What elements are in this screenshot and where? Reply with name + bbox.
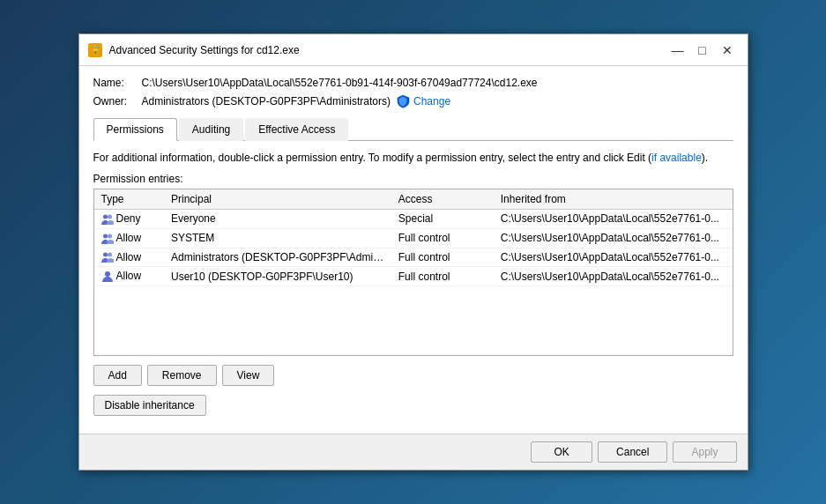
- disable-inheritance-button[interactable]: Disable inheritance: [93, 395, 206, 416]
- cell-inherited: C:\Users\User10\AppData\Local\552e7761-0…: [494, 267, 733, 286]
- name-row: Name: C:\Users\User10\AppData\Local\552e…: [93, 77, 733, 89]
- bottom-bar: OK Cancel Apply: [79, 434, 748, 470]
- cell-principal: Everyone: [164, 210, 391, 229]
- col-header-type[interactable]: Type: [94, 189, 165, 210]
- cell-access: Full control: [391, 248, 494, 267]
- cell-inherited: C:\Users\User10\AppData\Local\552e7761-0…: [494, 248, 733, 267]
- view-button[interactable]: View: [222, 365, 275, 386]
- shield-icon: [396, 94, 410, 108]
- name-value: C:\Users\User10\AppData\Local\552e7761-0…: [142, 77, 538, 89]
- content-area: Name: C:\Users\User10\AppData\Local\552e…: [79, 66, 748, 434]
- svg-point-5: [108, 253, 112, 257]
- tab-effective-access[interactable]: Effective Access: [245, 118, 348, 141]
- action-buttons-row: Add Remove View: [93, 365, 733, 386]
- col-header-access[interactable]: Access: [391, 189, 494, 210]
- col-header-inherited[interactable]: Inherited from: [494, 189, 733, 210]
- cell-principal: User10 (DESKTOP-G0PF3PF\User10): [164, 267, 391, 286]
- col-header-principal[interactable]: Principal: [164, 189, 391, 210]
- title-bar: 🔒 Advanced Security Settings for cd12.ex…: [79, 34, 748, 66]
- owner-label: Owner:: [93, 95, 142, 107]
- table-header-row: Type Principal Access Inherited from: [94, 189, 733, 210]
- table-row[interactable]: AllowAdministrators (DESKTOP-G0PF3PF\Adm…: [94, 248, 733, 267]
- cell-inherited: C:\Users\User10\AppData\Local\552e7761-0…: [494, 210, 733, 229]
- description-text: For additional information, double-click…: [93, 150, 733, 166]
- cell-principal: SYSTEM: [164, 228, 391, 248]
- table-row[interactable]: DenyEveryoneSpecialC:\Users\User10\AppDa…: [94, 210, 733, 229]
- add-button[interactable]: Add: [93, 365, 142, 386]
- svg-point-0: [103, 214, 108, 219]
- owner-row: Owner: Administrators (DESKTOP-G0PF3PF\A…: [93, 94, 733, 108]
- svg-point-2: [103, 233, 108, 238]
- cell-principal: Administrators (DESKTOP-G0PF3PF\Admini..…: [164, 248, 391, 267]
- tab-auditing[interactable]: Auditing: [179, 118, 243, 141]
- maximize-button[interactable]: □: [691, 41, 714, 59]
- close-button[interactable]: ✕: [716, 41, 739, 59]
- change-button[interactable]: Change: [396, 94, 450, 108]
- tabs-container: Permissions Auditing Effective Access: [93, 117, 733, 141]
- table-row[interactable]: AllowUser10 (DESKTOP-G0PF3PF\User10)Full…: [94, 267, 733, 286]
- svg-point-1: [108, 214, 112, 219]
- cell-access: Full control: [391, 228, 494, 248]
- dialog-window: 🔒 Advanced Security Settings for cd12.ex…: [78, 33, 748, 471]
- permission-table-container[interactable]: Type Principal Access Inherited from Den…: [93, 189, 733, 356]
- svg-point-6: [105, 271, 110, 277]
- window-title: Advanced Security Settings for cd12.exe: [109, 44, 666, 56]
- cell-access: Special: [391, 210, 494, 229]
- perm-entries-label: Permission entries:: [93, 173, 733, 185]
- apply-button[interactable]: Apply: [673, 441, 736, 463]
- ok-button[interactable]: OK: [531, 441, 592, 463]
- window-icon: 🔒: [88, 43, 102, 57]
- remove-button[interactable]: Remove: [147, 365, 217, 386]
- cancel-button[interactable]: Cancel: [598, 441, 667, 463]
- cell-type: Deny: [94, 210, 165, 229]
- owner-value: Administrators (DESKTOP-G0PF3PF\Administ…: [142, 95, 391, 107]
- if-available-link[interactable]: if available: [651, 152, 702, 164]
- cell-inherited: C:\Users\User10\AppData\Local\552e7761-0…: [494, 228, 733, 248]
- cell-access: Full control: [391, 267, 494, 286]
- permission-table: Type Principal Access Inherited from Den…: [94, 189, 733, 286]
- name-label: Name:: [93, 77, 142, 89]
- cell-type: Allow: [94, 267, 165, 286]
- cell-type: Allow: [94, 228, 165, 248]
- tab-permissions[interactable]: Permissions: [93, 118, 177, 141]
- cell-type: Allow: [94, 248, 165, 267]
- svg-point-3: [108, 233, 112, 238]
- table-row[interactable]: AllowSYSTEMFull controlC:\Users\User10\A…: [94, 228, 733, 248]
- change-label: Change: [413, 95, 450, 107]
- title-buttons: — □ ✕: [666, 41, 739, 59]
- svg-point-4: [103, 253, 108, 257]
- minimize-button[interactable]: —: [666, 41, 689, 59]
